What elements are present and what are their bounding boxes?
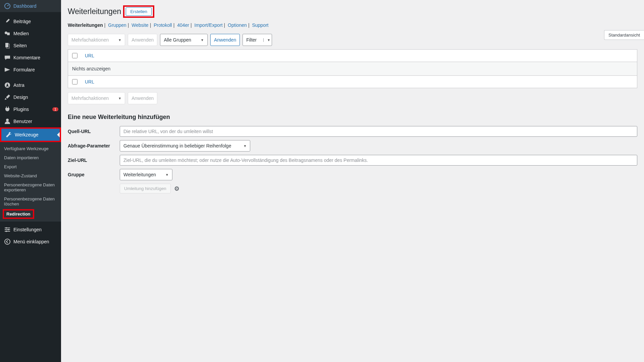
sidebar-item-forms[interactable]: Formulare [0,64,61,76]
submenu-export[interactable]: Export [0,162,61,171]
collapse-icon [4,238,11,245]
submenu-export-personal[interactable]: Personenbezogene Daten exportieren [0,180,61,194]
brush-icon [4,94,11,101]
sidebar-item-dashboard[interactable]: Dashboard [0,0,61,12]
sidebar-item-label: Plugins [13,107,50,112]
gear-icon[interactable]: ⚙ [174,185,179,192]
sidebar-item-label: Medien [13,31,58,36]
submenu-erase-personal[interactable]: Personenbezogene Daten löschen [0,194,61,208]
sidebar-item-label: Werkzeuge [15,132,57,137]
query-param-select[interactable]: Genaue Übereinstimmung in beliebiger Rei… [120,140,250,152]
chevron-down-icon: ▼ [165,173,169,177]
dashboard-icon [4,3,11,9]
pages-icon [4,42,11,49]
source-url-input[interactable] [120,126,637,137]
redirects-table: URL Nichts anzuzeigen URL [68,49,637,88]
sidebar-item-posts[interactable]: Beiträge [0,15,61,27]
svg-point-11 [8,229,9,230]
table-empty-message: Nichts anzuzeigen [68,62,637,75]
subnav: Weiterleitungen| Gruppen| Website| Proto… [68,22,637,28]
sidebar-item-label: Design [13,95,58,100]
sidebar-item-tools[interactable]: Werkzeuge [1,129,60,141]
svg-point-13 [5,239,10,244]
submenu-redirection[interactable]: Redirection [5,211,32,217]
sidebar-item-label: Menü einklappen [13,239,58,244]
media-icon [4,30,11,37]
submenu-site-health[interactable]: Website-Zustand [0,171,61,180]
sidebar-item-label: Beiträge [13,19,58,24]
source-url-label: Quell-URL [68,129,120,134]
astra-icon [4,82,11,88]
sidebar-item-collapse[interactable]: Menü einklappen [0,236,61,248]
user-icon [4,118,11,125]
bulk-actions-select-bottom[interactable]: Mehrfachaktionen▼ [68,92,125,104]
select-all-checkbox[interactable] [72,53,77,58]
svg-point-6 [6,119,9,121]
submenu-available-tools[interactable]: Verfügbare Werkzeuge [0,144,61,153]
add-redirect-title: Eine neue Weiterleitung hinzufügen [68,114,637,121]
chevron-down-icon: ▼ [201,38,204,42]
forms-icon [4,66,11,73]
sidebar-item-astra[interactable]: Astra [0,79,61,91]
sidebar-item-label: Formulare [13,67,58,72]
sidebar-item-comments[interactable]: Kommentare [0,52,61,64]
admin-sidebar: Dashboard Beiträge Medien Seiten Komment… [0,0,61,362]
sidebar-item-label: Dashboard [13,3,58,9]
target-url-input[interactable] [120,155,637,166]
group-select[interactable]: Weiterleitungen▼ [120,169,172,180]
wrench-icon [5,131,12,138]
svg-point-12 [6,231,7,232]
subnav-groups[interactable]: Gruppen [108,22,126,28]
create-button[interactable]: Erstellen [126,7,152,16]
sidebar-item-label: Kommentare [13,55,58,60]
settings-icon [4,226,11,233]
view-toggle[interactable]: Standardansicht [604,30,644,40]
svg-rect-3 [5,43,8,47]
subnav-importexport[interactable]: Import/Export [195,22,223,28]
page-title: Weiterleitungen [68,7,121,16]
sidebar-item-label: Einstellungen [13,227,58,232]
subnav-redirects[interactable]: Weiterleitungen [68,22,103,28]
svg-rect-2 [7,33,10,35]
subnav-404[interactable]: 404er [177,22,189,28]
submenu-import[interactable]: Daten importieren [0,153,61,162]
content-area: Weiterleitungen Erstellen Weiterleitunge… [61,0,644,362]
subnav-log[interactable]: Protokoll [154,22,172,28]
sidebar-item-users[interactable]: Benutzer [0,115,61,127]
add-redirect-button[interactable]: Umleitung hinzufügen [120,184,171,193]
svg-rect-8 [5,229,10,230]
sidebar-item-label: Astra [13,82,58,88]
sidebar-item-design[interactable]: Design [0,91,61,103]
bulk-actions-select[interactable]: Mehrfachaktionen▼ [68,34,125,46]
sidebar-item-label: Seiten [13,43,58,48]
sidebar-item-label: Benutzer [13,119,58,124]
subnav-site[interactable]: Website [131,22,148,28]
pin-icon [4,18,11,25]
table-col-url-foot[interactable]: URL [85,79,94,84]
group-label: Gruppe [68,172,120,177]
sidebar-item-settings[interactable]: Einstellungen [0,224,61,236]
apply-bulk-button-bottom[interactable]: Anwenden [128,92,157,104]
table-col-url[interactable]: URL [85,53,94,58]
chevron-down-icon: ▼ [243,144,247,148]
chevron-down-icon: ▼ [263,38,270,42]
update-badge: 1 [52,107,58,111]
query-param-label: Abfrage-Parameter [68,143,120,148]
sidebar-item-plugins[interactable]: Plugins 1 [0,103,61,115]
target-url-label: Ziel-URL [68,158,120,163]
filter-select[interactable]: Filter▼ [243,34,272,46]
chevron-down-icon: ▼ [118,97,121,100]
sidebar-item-pages[interactable]: Seiten [0,40,61,52]
apply-bulk-button[interactable]: Anwenden [128,34,157,46]
subnav-options[interactable]: Optionen [228,22,247,28]
submenu-tools: Verfügbare Werkzeuge Daten importieren E… [0,142,61,222]
apply-filter-button[interactable]: Anwenden [210,34,240,46]
chevron-down-icon: ▼ [118,38,121,42]
subnav-support[interactable]: Support [252,22,268,28]
svg-point-10 [6,227,7,229]
groups-select[interactable]: Alle Gruppen▼ [160,34,208,46]
plugin-icon [4,106,11,113]
select-all-checkbox-foot[interactable] [72,79,77,84]
sidebar-item-media[interactable]: Medien [0,27,61,40]
comments-icon [4,54,11,61]
